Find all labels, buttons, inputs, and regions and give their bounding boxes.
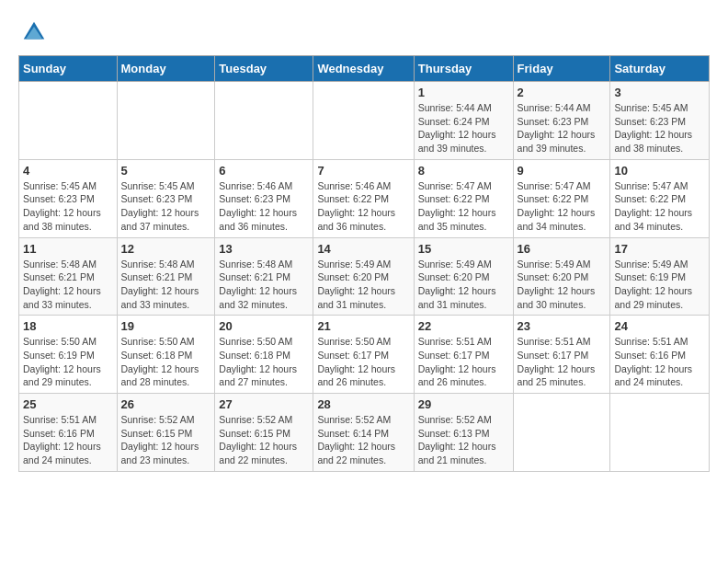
week-row-1: 4Sunrise: 5:45 AMSunset: 6:23 PMDaylight… (19, 159, 710, 237)
calendar-cell: 2Sunrise: 5:44 AMSunset: 6:23 PMDaylight… (513, 82, 610, 160)
day-detail: Sunrise: 5:45 AMSunset: 6:23 PMDaylight:… (23, 179, 113, 234)
calendar-cell (313, 82, 414, 160)
day-number: 6 (219, 164, 309, 178)
day-number: 14 (317, 242, 409, 256)
calendar-cell: 24Sunrise: 5:51 AMSunset: 6:16 PMDayligh… (610, 316, 710, 394)
day-detail: Sunrise: 5:52 AMSunset: 6:13 PMDaylight:… (418, 413, 509, 467)
day-detail: Sunrise: 5:52 AMSunset: 6:15 PMDaylight:… (121, 413, 211, 467)
calendar-table: SundayMondayTuesdayWednesdayThursdayFrid… (18, 55, 710, 472)
calendar-cell: 19Sunrise: 5:50 AMSunset: 6:18 PMDayligh… (117, 316, 215, 394)
day-number: 2 (518, 86, 607, 99)
day-number: 4 (23, 164, 113, 178)
day-detail: Sunrise: 5:45 AMSunset: 6:23 PMDaylight:… (614, 101, 705, 155)
calendar-cell: 20Sunrise: 5:50 AMSunset: 6:18 PMDayligh… (215, 316, 313, 394)
calendar-cell: 17Sunrise: 5:49 AMSunset: 6:19 PMDayligh… (610, 237, 710, 316)
day-number: 15 (418, 242, 509, 256)
day-detail: Sunrise: 5:47 AMSunset: 6:22 PMDaylight:… (418, 179, 509, 234)
day-number: 1 (418, 86, 509, 99)
page-header (18, 18, 710, 46)
day-detail: Sunrise: 5:45 AMSunset: 6:23 PMDaylight:… (121, 179, 211, 234)
header-wednesday: Wednesday (313, 56, 414, 82)
calendar-cell: 4Sunrise: 5:45 AMSunset: 6:23 PMDaylight… (19, 159, 118, 237)
calendar-cell: 12Sunrise: 5:48 AMSunset: 6:21 PMDayligh… (117, 237, 215, 316)
day-number: 12 (121, 242, 211, 256)
day-number: 18 (23, 319, 113, 333)
calendar-cell: 25Sunrise: 5:51 AMSunset: 6:16 PMDayligh… (19, 394, 118, 472)
calendar-cell (513, 394, 610, 472)
day-number: 28 (317, 397, 409, 411)
calendar-cell: 21Sunrise: 5:50 AMSunset: 6:17 PMDayligh… (313, 316, 414, 394)
week-row-0: 1Sunrise: 5:44 AMSunset: 6:24 PMDaylight… (19, 82, 710, 160)
day-detail: Sunrise: 5:49 AMSunset: 6:19 PMDaylight:… (614, 258, 705, 312)
header-saturday: Saturday (610, 56, 710, 82)
week-row-3: 18Sunrise: 5:50 AMSunset: 6:19 PMDayligh… (19, 316, 710, 394)
day-detail: Sunrise: 5:47 AMSunset: 6:22 PMDaylight:… (614, 179, 705, 234)
calendar-cell (117, 82, 215, 160)
day-detail: Sunrise: 5:49 AMSunset: 6:20 PMDaylight:… (317, 258, 409, 312)
calendar-cell: 11Sunrise: 5:48 AMSunset: 6:21 PMDayligh… (19, 237, 118, 316)
calendar-cell: 7Sunrise: 5:46 AMSunset: 6:22 PMDaylight… (313, 159, 414, 237)
day-number: 29 (418, 397, 509, 411)
header-thursday: Thursday (414, 56, 513, 82)
calendar-cell: 10Sunrise: 5:47 AMSunset: 6:22 PMDayligh… (610, 159, 710, 237)
day-detail: Sunrise: 5:51 AMSunset: 6:17 PMDaylight:… (418, 335, 509, 389)
day-detail: Sunrise: 5:50 AMSunset: 6:18 PMDaylight:… (219, 335, 309, 389)
day-detail: Sunrise: 5:44 AMSunset: 6:23 PMDaylight:… (518, 101, 607, 155)
header-row: SundayMondayTuesdayWednesdayThursdayFrid… (19, 56, 710, 82)
week-row-2: 11Sunrise: 5:48 AMSunset: 6:21 PMDayligh… (19, 237, 710, 316)
day-number: 8 (418, 164, 509, 178)
day-detail: Sunrise: 5:46 AMSunset: 6:22 PMDaylight:… (317, 179, 409, 234)
calendar-cell: 14Sunrise: 5:49 AMSunset: 6:20 PMDayligh… (313, 237, 414, 316)
day-detail: Sunrise: 5:48 AMSunset: 6:21 PMDaylight:… (219, 258, 309, 312)
day-number: 9 (518, 164, 607, 178)
day-number: 22 (418, 319, 509, 333)
day-detail: Sunrise: 5:51 AMSunset: 6:16 PMDaylight:… (23, 413, 113, 467)
day-number: 16 (518, 242, 607, 256)
header-friday: Friday (513, 56, 610, 82)
day-number: 23 (518, 319, 607, 333)
calendar-cell: 22Sunrise: 5:51 AMSunset: 6:17 PMDayligh… (414, 316, 513, 394)
day-number: 19 (121, 319, 211, 333)
day-detail: Sunrise: 5:50 AMSunset: 6:18 PMDaylight:… (121, 335, 211, 389)
day-detail: Sunrise: 5:48 AMSunset: 6:21 PMDaylight:… (23, 258, 113, 312)
day-number: 17 (614, 242, 705, 256)
calendar-cell: 23Sunrise: 5:51 AMSunset: 6:17 PMDayligh… (513, 316, 610, 394)
calendar-cell: 16Sunrise: 5:49 AMSunset: 6:20 PMDayligh… (513, 237, 610, 316)
week-row-4: 25Sunrise: 5:51 AMSunset: 6:16 PMDayligh… (19, 394, 710, 472)
day-number: 25 (23, 397, 113, 411)
calendar-cell: 6Sunrise: 5:46 AMSunset: 6:23 PMDaylight… (215, 159, 313, 237)
day-detail: Sunrise: 5:49 AMSunset: 6:20 PMDaylight:… (518, 258, 607, 312)
calendar-cell: 5Sunrise: 5:45 AMSunset: 6:23 PMDaylight… (117, 159, 215, 237)
header-tuesday: Tuesday (215, 56, 313, 82)
calendar-cell: 8Sunrise: 5:47 AMSunset: 6:22 PMDaylight… (414, 159, 513, 237)
calendar-cell (610, 394, 710, 472)
day-number: 21 (317, 319, 409, 333)
calendar-cell: 9Sunrise: 5:47 AMSunset: 6:22 PMDaylight… (513, 159, 610, 237)
calendar-cell: 1Sunrise: 5:44 AMSunset: 6:24 PMDaylight… (414, 82, 513, 160)
day-number: 11 (23, 242, 113, 256)
day-number: 5 (121, 164, 211, 178)
day-number: 13 (219, 242, 309, 256)
calendar-cell: 27Sunrise: 5:52 AMSunset: 6:15 PMDayligh… (215, 394, 313, 472)
header-sunday: Sunday (19, 56, 118, 82)
day-number: 26 (121, 397, 211, 411)
day-number: 10 (614, 164, 705, 178)
day-detail: Sunrise: 5:49 AMSunset: 6:20 PMDaylight:… (418, 258, 509, 312)
calendar-cell (215, 82, 313, 160)
calendar-cell: 28Sunrise: 5:52 AMSunset: 6:14 PMDayligh… (313, 394, 414, 472)
calendar-cell: 18Sunrise: 5:50 AMSunset: 6:19 PMDayligh… (19, 316, 118, 394)
day-number: 20 (219, 319, 309, 333)
calendar-cell: 13Sunrise: 5:48 AMSunset: 6:21 PMDayligh… (215, 237, 313, 316)
day-detail: Sunrise: 5:52 AMSunset: 6:15 PMDaylight:… (219, 413, 309, 467)
day-number: 24 (614, 319, 705, 333)
logo-icon (20, 18, 48, 46)
calendar-cell: 15Sunrise: 5:49 AMSunset: 6:20 PMDayligh… (414, 237, 513, 316)
header-monday: Monday (117, 56, 215, 82)
day-detail: Sunrise: 5:51 AMSunset: 6:17 PMDaylight:… (518, 335, 607, 389)
calendar-cell (19, 82, 118, 160)
logo (18, 18, 48, 46)
day-detail: Sunrise: 5:48 AMSunset: 6:21 PMDaylight:… (121, 258, 211, 312)
day-number: 3 (614, 86, 705, 99)
day-detail: Sunrise: 5:46 AMSunset: 6:23 PMDaylight:… (219, 179, 309, 234)
day-number: 7 (317, 164, 409, 178)
